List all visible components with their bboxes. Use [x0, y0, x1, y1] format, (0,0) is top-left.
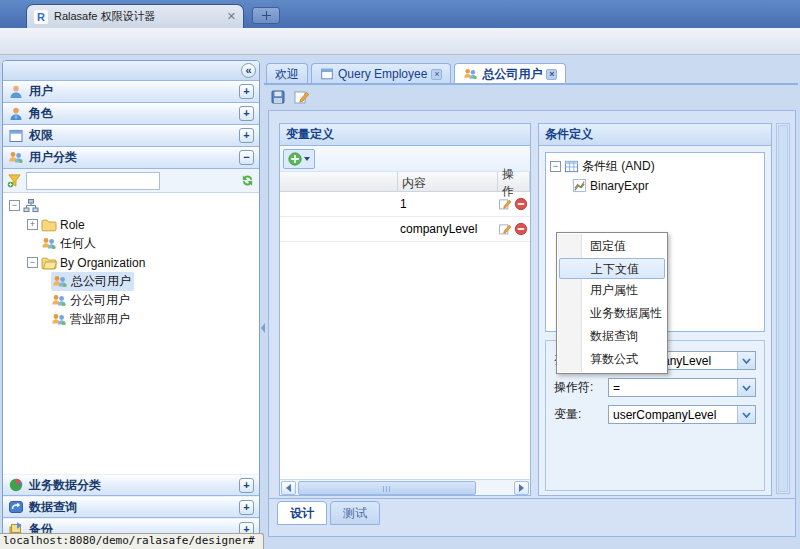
- expand-expander-icon[interactable]: +: [27, 219, 38, 230]
- chevron-down-icon[interactable]: [737, 379, 755, 396]
- table-row[interactable]: companyLevel: [280, 217, 530, 242]
- variable-table: 内容 操作 1 companyLevel: [280, 172, 530, 242]
- table-row[interactable]: 1: [280, 192, 530, 217]
- menu-item-business-data-attribute[interactable]: 业务数据属性: [557, 302, 667, 325]
- add-variable-menu: 固定值 上下文值 用户属性 业务数据属性 数据查询 算数公式: [556, 232, 668, 374]
- tree-node-by-organization[interactable]: − By Organization: [3, 253, 259, 272]
- sidebar-item-user-category[interactable]: 用户分类 −: [3, 147, 259, 169]
- sidebar-item-users[interactable]: 用户 +: [3, 81, 259, 103]
- tab-design[interactable]: 设计: [277, 501, 327, 525]
- field-label: 变量:: [554, 406, 608, 423]
- operator-select[interactable]: =: [608, 378, 756, 397]
- edit-row-icon[interactable]: [498, 222, 512, 236]
- variable-panel-title: 变量定义: [286, 126, 334, 143]
- expand-toggle-icon[interactable]: +: [239, 500, 254, 515]
- tab-query-employee[interactable]: Query Employee ×: [311, 63, 451, 84]
- tree-node-hq-users[interactable]: 总公司用户: [3, 272, 259, 291]
- refresh-icon[interactable]: [240, 173, 255, 188]
- expand-toggle-icon[interactable]: +: [239, 478, 254, 493]
- collapse-expander-icon[interactable]: −: [27, 257, 38, 268]
- table-header-row: 内容 操作: [280, 172, 530, 192]
- data-query-icon: [8, 499, 24, 515]
- scrollbar-thumb[interactable]: [298, 481, 476, 495]
- sidebar-item-permissions[interactable]: 权限 +: [3, 125, 259, 147]
- plus-icon: [262, 11, 271, 20]
- tree-node-anyone[interactable]: 任何人: [3, 234, 259, 253]
- main-tab-strip: 欢迎 Query Employee × 总公司用户 ×: [266, 62, 796, 84]
- tab-close-icon[interactable]: ✕: [227, 11, 236, 22]
- scrollbar-thumb[interactable]: [778, 125, 788, 492]
- horizontal-scrollbar[interactable]: [280, 479, 530, 495]
- binary-expr-label: BinaryExpr: [590, 179, 649, 193]
- collapse-toggle-icon[interactable]: −: [239, 150, 254, 165]
- designer-content: 变量定义 内容 操作 1: [268, 110, 796, 537]
- sidebar-item-data-query[interactable]: 数据查询 +: [3, 496, 259, 518]
- delete-row-icon[interactable]: [514, 222, 528, 236]
- new-tab-button[interactable]: [252, 7, 280, 24]
- edit-icon[interactable]: [293, 89, 310, 105]
- expand-toggle-icon[interactable]: +: [239, 106, 254, 121]
- vertical-scrollbar[interactable]: [776, 123, 790, 494]
- filter-input[interactable]: [26, 172, 160, 190]
- sidebar-item-business-data-category[interactable]: 业务数据分类 +: [3, 474, 259, 496]
- window-icon: [320, 67, 334, 81]
- chevron-down-icon[interactable]: [737, 406, 755, 423]
- form-row-operator: 操作符: =: [554, 378, 756, 397]
- tab-close-icon[interactable]: ×: [546, 69, 557, 80]
- tab-label: Query Employee: [338, 67, 427, 81]
- panel-title: 变量定义: [280, 124, 530, 146]
- tree-node-sales-users[interactable]: 营业部用户: [3, 310, 259, 329]
- add-variable-button[interactable]: [283, 149, 315, 169]
- sidebar-item-label: 用户分类: [29, 149, 234, 166]
- tree-root-node[interactable]: −: [3, 196, 259, 215]
- menu-item-context-value[interactable]: 上下文值: [559, 258, 665, 279]
- sidebar-collapse-button[interactable]: «: [241, 63, 256, 78]
- app-window: R Ralasafe 权限设计器 ✕ localhost:8080/demo/r…: [0, 0, 800, 549]
- save-icon[interactable]: [270, 89, 286, 105]
- browser-tab-strip: R Ralasafe 权限设计器 ✕: [0, 0, 800, 28]
- tree-node-role[interactable]: + Role: [3, 215, 259, 234]
- sidebar-bottom-panels: 业务数据分类 + 数据查询 + 备份 +: [3, 474, 259, 540]
- collapse-expander-icon[interactable]: −: [550, 161, 561, 172]
- binary-expr-node[interactable]: BinaryExpr: [550, 176, 764, 195]
- tab-label: 欢迎: [275, 66, 299, 83]
- organization-icon: [23, 198, 39, 214]
- sidebar-splitter-handle[interactable]: [261, 323, 265, 333]
- menu-item-fixed-value[interactable]: 固定值: [557, 235, 667, 258]
- bottom-tab-strip: 设计 测试: [269, 498, 795, 528]
- edit-row-icon[interactable]: [498, 197, 512, 211]
- browser-tab-title: Ralasafe 权限设计器: [54, 9, 221, 24]
- collapse-expander-icon[interactable]: −: [9, 200, 20, 211]
- condition-group-node[interactable]: − 条件组 (AND): [550, 157, 764, 176]
- browser-tab[interactable]: R Ralasafe 权限设计器 ✕: [26, 4, 244, 28]
- menu-item-arith-formula[interactable]: 算数公式: [557, 348, 667, 371]
- scroll-left-button[interactable]: [281, 481, 296, 495]
- tree-node-branch-users[interactable]: 分公司用户: [3, 291, 259, 310]
- scroll-right-button[interactable]: [514, 481, 529, 495]
- cell-content: 1: [398, 197, 498, 211]
- sidebar-header: «: [3, 61, 259, 81]
- delete-row-icon[interactable]: [514, 197, 528, 211]
- right-variable-select[interactable]: userCompanyLevel: [608, 405, 756, 424]
- tab-test[interactable]: 测试: [330, 501, 380, 525]
- chevron-down-icon[interactable]: [737, 352, 755, 369]
- scroll-left-icon: [286, 484, 291, 492]
- expand-toggle-icon[interactable]: +: [239, 128, 254, 143]
- sidebar-item-roles[interactable]: 角色 +: [3, 103, 259, 125]
- expand-toggle-icon[interactable]: +: [239, 84, 254, 99]
- tab-hq-users[interactable]: 总公司用户 ×: [454, 63, 566, 84]
- tab-welcome[interactable]: 欢迎: [266, 63, 308, 84]
- browser-toolbar: localhost:8080/demo/ralasafe/designer#_$…: [0, 28, 800, 55]
- tree-node-label: 营业部用户: [70, 311, 130, 328]
- tab-close-icon[interactable]: ×: [431, 69, 442, 80]
- form-row-variable-right: 变量: userCompanyLevel: [554, 405, 756, 424]
- cell-operations: [498, 197, 530, 211]
- menu-item-user-attribute[interactable]: 用户属性: [557, 279, 667, 302]
- role-icon: [8, 106, 24, 122]
- sidebar-item-label: 数据查询: [29, 499, 234, 516]
- filter-funnel-icon[interactable]: [7, 173, 22, 188]
- menu-item-data-query[interactable]: 数据查询: [557, 325, 667, 348]
- window-icon: [8, 128, 24, 144]
- dropdown-caret-icon: [304, 157, 310, 161]
- ralasafe-favicon: R: [34, 10, 48, 24]
